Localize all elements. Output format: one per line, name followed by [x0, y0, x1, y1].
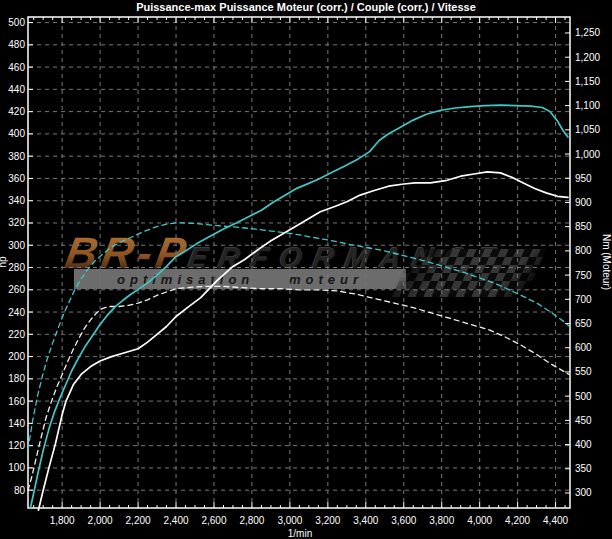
svg-text:400: 400: [575, 439, 592, 450]
svg-text:380: 380: [8, 151, 25, 162]
svg-text:140: 140: [8, 418, 25, 429]
svg-text:220: 220: [8, 329, 25, 340]
svg-text:300: 300: [575, 487, 592, 498]
svg-text:240: 240: [8, 307, 25, 318]
svg-text:2,000: 2,000: [88, 515, 113, 526]
svg-text:180: 180: [8, 373, 25, 384]
svg-text:420: 420: [8, 106, 25, 117]
svg-text:1,800: 1,800: [50, 515, 75, 526]
svg-text:600: 600: [575, 342, 592, 353]
svg-text:3,800: 3,800: [429, 515, 454, 526]
dyno-screenshot: BR-PERFORMANCE optimisation moteur Puiss…: [0, 0, 612, 539]
plot-frame: [28, 17, 570, 508]
svg-text:2,200: 2,200: [126, 515, 151, 526]
svg-text:360: 360: [8, 173, 25, 184]
axis-tick-labels: 8010012014016018020022024026028030032034…: [8, 17, 600, 526]
svg-text:260: 260: [8, 284, 25, 295]
dyno-chart: 8010012014016018020022024026028030032034…: [0, 0, 612, 539]
svg-text:320: 320: [8, 217, 25, 228]
svg-text:4,000: 4,000: [467, 515, 492, 526]
svg-text:750: 750: [575, 270, 592, 281]
svg-text:280: 280: [8, 262, 25, 273]
svg-text:1,250: 1,250: [575, 27, 600, 38]
svg-text:500: 500: [575, 391, 592, 402]
svg-text:1,150: 1,150: [575, 76, 600, 87]
curves: [28, 105, 569, 510]
svg-text:800: 800: [575, 245, 592, 256]
svg-text:4,200: 4,200: [505, 515, 530, 526]
svg-text:2,800: 2,800: [239, 515, 264, 526]
svg-text:2,400: 2,400: [164, 515, 189, 526]
svg-text:500: 500: [8, 17, 25, 28]
svg-text:340: 340: [8, 195, 25, 206]
svg-text:900: 900: [575, 197, 592, 208]
y-axis-right-label: Nm (Moteur): [601, 234, 612, 290]
x-axis-label: 1/min: [288, 528, 312, 539]
svg-text:1,000: 1,000: [575, 149, 600, 160]
svg-text:400: 400: [8, 128, 25, 139]
y-axis-left-label: hp: [0, 256, 8, 268]
gridlines: [29, 18, 569, 507]
svg-text:1,050: 1,050: [575, 124, 600, 135]
svg-text:950: 950: [575, 173, 592, 184]
axis-ticks: [28, 17, 570, 508]
svg-text:440: 440: [8, 84, 25, 95]
svg-text:480: 480: [8, 39, 25, 50]
svg-text:3,600: 3,600: [391, 515, 416, 526]
svg-text:300: 300: [8, 240, 25, 251]
svg-text:80: 80: [14, 485, 26, 496]
svg-text:550: 550: [575, 366, 592, 377]
svg-text:700: 700: [575, 294, 592, 305]
svg-text:4,400: 4,400: [543, 515, 568, 526]
svg-text:350: 350: [575, 463, 592, 474]
svg-text:2,600: 2,600: [201, 515, 226, 526]
svg-text:450: 450: [575, 415, 592, 426]
curve-torque-original: [28, 223, 569, 450]
svg-text:460: 460: [8, 62, 25, 73]
svg-text:3,400: 3,400: [353, 515, 378, 526]
svg-text:160: 160: [8, 396, 25, 407]
curve-power-original: [28, 286, 569, 490]
svg-text:650: 650: [575, 318, 592, 329]
svg-text:100: 100: [8, 462, 25, 473]
svg-text:120: 120: [8, 440, 25, 451]
svg-text:3,000: 3,000: [277, 515, 302, 526]
svg-text:3,200: 3,200: [315, 515, 340, 526]
svg-text:1,100: 1,100: [575, 100, 600, 111]
svg-text:200: 200: [8, 351, 25, 362]
svg-text:1,200: 1,200: [575, 52, 600, 63]
svg-text:850: 850: [575, 221, 592, 232]
